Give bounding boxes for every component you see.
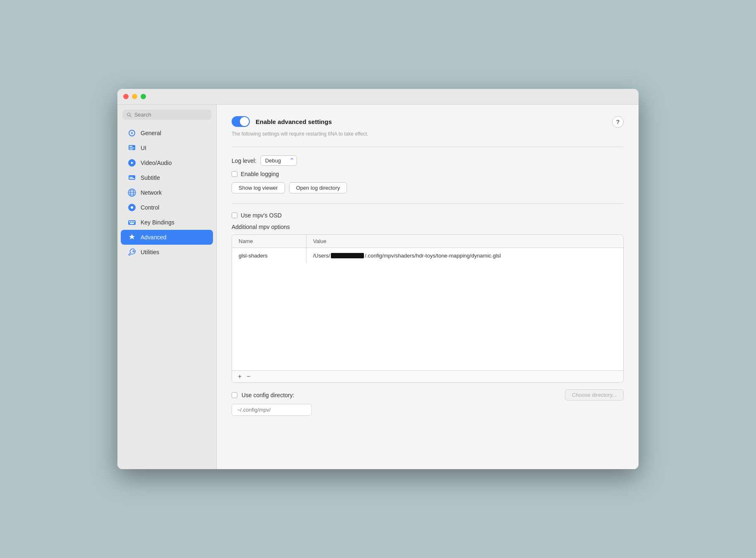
svg-rect-23 bbox=[130, 223, 134, 224]
svg-line-1 bbox=[130, 115, 131, 117]
sidebar-item-label-key-bindings: Key Bindings bbox=[141, 219, 175, 226]
general-icon bbox=[127, 129, 136, 138]
enable-advanced-section: Enable advanced settings ? The following… bbox=[232, 116, 624, 137]
enable-logging-label: Enable logging bbox=[241, 171, 279, 177]
search-input[interactable] bbox=[134, 112, 207, 118]
enable-advanced-label: Enable advanced settings bbox=[256, 118, 332, 125]
control-icon bbox=[127, 203, 136, 212]
enable-advanced-subtitle: The following settings will require rest… bbox=[232, 131, 624, 137]
sidebar-item-label-advanced: Advanced bbox=[141, 234, 166, 241]
enable-advanced-toggle[interactable] bbox=[232, 116, 250, 127]
sidebar-item-label-ui: UI bbox=[141, 145, 146, 151]
svg-rect-22 bbox=[134, 221, 135, 222]
sidebar-item-utilities[interactable]: Utilities bbox=[121, 245, 213, 260]
mpv-section: Use mpv's OSD Additional mpv options Nam… bbox=[232, 212, 624, 416]
choose-directory-button[interactable]: Choose directory... bbox=[565, 389, 624, 401]
value-prefix: /Users/ bbox=[313, 253, 330, 259]
titlebar bbox=[117, 89, 639, 105]
divider-1 bbox=[232, 147, 624, 147]
svg-rect-20 bbox=[131, 221, 132, 222]
sidebar-item-network[interactable]: Network bbox=[121, 185, 213, 200]
key-bindings-icon bbox=[127, 218, 136, 227]
table-header: Name Value bbox=[232, 235, 623, 248]
additional-mpv-options-label: Additional mpv options bbox=[232, 224, 624, 230]
sidebar-item-label-subtitle: Subtitle bbox=[141, 174, 160, 181]
utilities-icon bbox=[127, 248, 136, 257]
search-icon bbox=[127, 112, 132, 118]
advanced-icon bbox=[127, 233, 136, 242]
svg-point-17 bbox=[131, 206, 133, 209]
sidebar-item-advanced[interactable]: Advanced bbox=[121, 230, 213, 245]
remove-row-button[interactable]: − bbox=[245, 373, 252, 380]
svg-rect-19 bbox=[129, 221, 130, 222]
svg-rect-21 bbox=[132, 221, 134, 222]
sidebar-item-general[interactable]: General bbox=[121, 126, 213, 141]
sidebar-item-ui[interactable]: UI bbox=[121, 141, 213, 155]
minimize-button[interactable] bbox=[132, 94, 137, 99]
value-suffix: /.config/mpv/shaders/hdr-toys/tone-mappi… bbox=[365, 253, 501, 259]
sidebar-item-label-video-audio: Video/Audio bbox=[141, 160, 172, 166]
table-row[interactable]: glsl-shaders /Users//.config/mpv/shaders… bbox=[232, 248, 623, 263]
table-empty-area bbox=[232, 263, 623, 370]
sidebar-item-label-general: General bbox=[141, 130, 161, 136]
toggle-knob bbox=[240, 117, 249, 126]
mpv-options-table: Name Value glsl-shaders /Users//.config/… bbox=[232, 234, 624, 383]
use-mpv-osd-row: Use mpv's OSD bbox=[232, 212, 624, 219]
table-header-value: Value bbox=[306, 235, 623, 248]
log-section: Log level: Debug Verbose Info Warning Er… bbox=[232, 155, 624, 193]
open-log-directory-button[interactable]: Open log directory bbox=[289, 182, 347, 193]
log-level-row: Log level: Debug Verbose Info Warning Er… bbox=[232, 155, 624, 166]
svg-rect-3 bbox=[129, 146, 132, 147]
svg-rect-10 bbox=[129, 178, 134, 179]
enable-logging-row: Enable logging bbox=[232, 171, 624, 177]
use-config-directory-label: Use config directory: bbox=[242, 392, 294, 398]
help-button[interactable]: ? bbox=[612, 116, 624, 128]
maximize-button[interactable] bbox=[141, 94, 146, 99]
log-level-select[interactable]: Debug Verbose Info Warning Error bbox=[261, 155, 297, 166]
sidebar-item-label-network: Network bbox=[141, 189, 162, 196]
log-level-select-wrapper: Debug Verbose Info Warning Error ⌃ bbox=[261, 155, 297, 166]
preferences-window: GeneralUIVideo/AudioSubtitleNetworkContr… bbox=[117, 89, 639, 469]
nav-items-container: GeneralUIVideo/AudioSubtitleNetworkContr… bbox=[117, 126, 216, 260]
sidebar-item-control[interactable]: Control bbox=[121, 200, 213, 215]
sidebar-item-label-utilities: Utilities bbox=[141, 249, 159, 255]
sidebar-item-key-bindings[interactable]: Key Bindings bbox=[121, 215, 213, 230]
table-cell-name: glsl-shaders bbox=[232, 248, 306, 263]
subtitle-icon bbox=[127, 173, 136, 182]
use-mpv-osd-label: Use mpv's OSD bbox=[241, 212, 282, 219]
enable-logging-checkbox[interactable] bbox=[232, 171, 237, 177]
svg-rect-4 bbox=[129, 148, 134, 148]
table-header-name: Name bbox=[232, 235, 306, 248]
redacted-username bbox=[331, 253, 364, 258]
use-config-directory-checkbox[interactable] bbox=[232, 392, 237, 398]
network-icon bbox=[127, 188, 136, 197]
use-mpv-osd-checkbox[interactable] bbox=[232, 212, 237, 218]
divider-2 bbox=[232, 203, 624, 204]
table-actions: + − bbox=[232, 370, 623, 382]
table-cell-value: /Users//.config/mpv/shaders/hdr-toys/ton… bbox=[306, 248, 623, 263]
show-log-viewer-button[interactable]: Show log viewer bbox=[232, 182, 285, 193]
content-area: Enable advanced settings ? The following… bbox=[217, 105, 639, 469]
add-row-button[interactable]: + bbox=[236, 373, 243, 380]
enable-advanced-row: Enable advanced settings bbox=[232, 116, 332, 127]
log-buttons-row: Show log viewer Open log directory bbox=[232, 182, 624, 193]
svg-rect-9 bbox=[129, 177, 133, 178]
ui-icon bbox=[127, 143, 136, 153]
svg-rect-5 bbox=[129, 149, 133, 150]
close-button[interactable] bbox=[123, 94, 129, 99]
video-audio-icon bbox=[127, 158, 136, 167]
sidebar: GeneralUIVideo/AudioSubtitleNetworkContr… bbox=[117, 105, 217, 469]
search-box[interactable] bbox=[122, 110, 211, 120]
main-content: GeneralUIVideo/AudioSubtitleNetworkContr… bbox=[117, 105, 639, 469]
sidebar-item-subtitle[interactable]: Subtitle bbox=[121, 170, 213, 185]
config-directory-row: Use config directory: Choose directory..… bbox=[232, 389, 624, 401]
sidebar-item-video-audio[interactable]: Video/Audio bbox=[121, 155, 213, 170]
log-level-label: Log level: bbox=[232, 157, 256, 164]
sidebar-item-label-control: Control bbox=[141, 204, 159, 211]
config-dir-input[interactable] bbox=[232, 404, 312, 416]
svg-rect-18 bbox=[128, 220, 136, 225]
